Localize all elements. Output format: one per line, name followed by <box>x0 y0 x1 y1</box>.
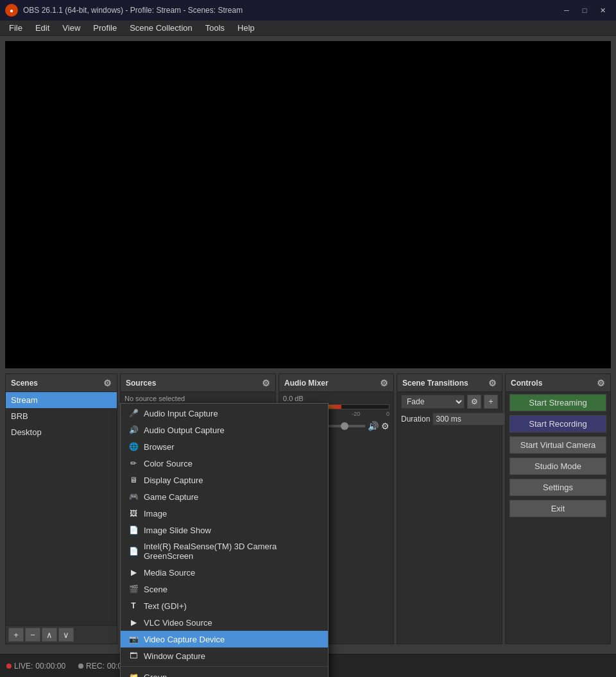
transition-add-button[interactable]: + <box>484 395 498 409</box>
sources-panel-title: Sources <box>126 379 156 388</box>
window-controls: ─ □ ✕ <box>558 4 611 17</box>
ctx-text-gdi[interactable]: T Text (GDI+) <box>121 597 328 614</box>
audio-config-icon[interactable]: ⚙ <box>380 378 388 388</box>
ctx-separator-1 <box>121 666 328 667</box>
audio-mixer-title: Audio Mixer <box>284 379 329 388</box>
menu-tools[interactable]: Tools <box>199 21 231 35</box>
preview-area <box>5 41 611 368</box>
minimize-button[interactable]: ─ <box>558 4 575 17</box>
ctx-group-label: Group <box>144 673 320 678</box>
controls-header: Controls ⚙ <box>506 374 610 392</box>
settings-button[interactable]: Settings <box>509 479 606 496</box>
menu-profile[interactable]: Profile <box>87 21 123 35</box>
exit-button[interactable]: Exit <box>509 500 606 517</box>
controls-panel: Controls ⚙ Start Streaming Start Recordi… <box>505 373 611 644</box>
ctx-image-slide-show[interactable]: 📄 Image Slide Show <box>121 522 328 538</box>
audio-input-icon: 🎤 <box>128 408 139 418</box>
scene-remove-button[interactable]: − <box>25 628 40 642</box>
ctx-color-source[interactable]: ✏ Color Source <box>121 455 328 472</box>
scene-down-button[interactable]: ∨ <box>58 628 74 642</box>
scene-transitions-panel: Scene Transitions ⚙ Fade Cut Swipe Slide… <box>397 373 502 644</box>
live-dot <box>6 664 12 669</box>
menu-edit[interactable]: Edit <box>29 21 56 35</box>
image-icon: 🖼 <box>128 508 139 518</box>
ctx-video-capture-device[interactable]: 📷 Video Capture Device <box>121 631 328 647</box>
rec-dot <box>78 664 83 669</box>
rec-label: REC: <box>86 662 105 671</box>
window-title: OBS 26.1.1 (64-bit, windows) - Profile: … <box>23 6 558 15</box>
ctx-display-capture-label: Display Capture <box>144 476 320 485</box>
start-streaming-button[interactable]: Start Streaming <box>509 394 606 411</box>
ctx-game-capture[interactable]: 🎮 Game Capture <box>121 488 328 505</box>
media-source-icon: ▶ <box>128 567 139 578</box>
scenes-config-icon[interactable]: ⚙ <box>103 378 112 388</box>
scene-add-button[interactable]: + <box>8 628 24 642</box>
menu-bar: File Edit View Profile Scene Collection … <box>0 21 616 36</box>
menu-help[interactable]: Help <box>231 21 261 35</box>
close-button[interactable]: ✕ <box>594 4 611 17</box>
live-status: LIVE: 00:00:00 <box>6 662 65 671</box>
audio-settings-icon[interactable]: ⚙ <box>381 421 389 431</box>
ctx-scene[interactable]: 🎬 Scene <box>121 581 328 597</box>
ctx-image-slide-show-label: Image Slide Show <box>144 526 320 535</box>
ctx-scene-label: Scene <box>144 585 320 594</box>
scene-up-button[interactable]: ∧ <box>42 628 57 642</box>
scene-item-stream[interactable]: Stream <box>6 392 117 408</box>
ctx-media-source-label: Media Source <box>144 568 320 578</box>
scene-item-desktop[interactable]: Desktop <box>6 424 117 440</box>
ctx-text-gdi-label: Text (GDI+) <box>144 601 320 611</box>
context-menu: 🎤 Audio Input Capture 🔊 Audio Output Cap… <box>120 403 329 677</box>
scenes-panel-footer: + − ∧ ∨ <box>6 625 117 644</box>
display-capture-icon: 🖥 <box>128 475 139 485</box>
ctx-browser[interactable]: 🌐 Browser <box>121 438 328 455</box>
scene-item-brb[interactable]: BRB <box>6 408 117 424</box>
duration-row: Duration <box>397 411 502 427</box>
start-recording-button[interactable]: Start Recording <box>509 415 606 433</box>
duration-label: Duration <box>401 415 430 424</box>
ctx-image[interactable]: 🖼 Image <box>121 505 328 522</box>
scene-icon: 🎬 <box>128 584 139 594</box>
audio-mixer-header: Audio Mixer ⚙ <box>279 374 393 392</box>
ctx-audio-output-label: Audio Output Capture <box>144 425 320 435</box>
ctx-color-source-label: Color Source <box>144 459 320 468</box>
scenes-list: Stream BRB Desktop <box>6 392 117 625</box>
preview-canvas <box>5 41 611 368</box>
intel-realsense-icon: 📄 <box>128 546 139 556</box>
ctx-audio-input-label: Audio Input Capture <box>144 409 320 418</box>
mute-icon[interactable]: 🔊 <box>368 421 379 431</box>
transitions-config-icon[interactable]: ⚙ <box>488 378 497 388</box>
ctx-audio-output-capture[interactable]: 🔊 Audio Output Capture <box>121 422 328 438</box>
ctx-browser-label: Browser <box>144 442 320 452</box>
maximize-button[interactable]: □ <box>576 4 593 17</box>
group-icon: 📁 <box>128 672 139 677</box>
transition-settings-button[interactable]: ⚙ <box>467 395 481 409</box>
vlc-icon: ▶ <box>128 617 139 628</box>
transition-type-select[interactable]: Fade Cut Swipe Slide Stinger Luma Wipe <box>401 395 465 409</box>
controls-config-icon[interactable]: ⚙ <box>597 378 605 388</box>
ctx-game-capture-label: Game Capture <box>144 492 320 502</box>
controls-title: Controls <box>511 379 542 388</box>
image-slide-show-icon: 📄 <box>128 525 139 535</box>
ctx-window-capture-label: Window Capture <box>144 651 320 661</box>
live-time: 00:00:00 <box>35 662 65 671</box>
ctx-intel-realsense[interactable]: 📄 Intel(R) RealSense(TM) 3D Camera Green… <box>121 538 328 564</box>
ctx-window-capture[interactable]: 🗔 Window Capture <box>121 647 328 664</box>
ctx-media-source[interactable]: ▶ Media Source <box>121 564 328 581</box>
live-label: LIVE: <box>14 662 33 671</box>
text-gdi-icon: T <box>128 601 139 611</box>
transitions-title: Scene Transitions <box>402 379 468 388</box>
scenes-panel-title: Scenes <box>11 379 38 388</box>
studio-mode-button[interactable]: Studio Mode <box>509 458 606 475</box>
start-virtual-camera-button[interactable]: Start Virtual Camera <box>509 436 606 454</box>
ctx-display-capture[interactable]: 🖥 Display Capture <box>121 472 328 488</box>
transitions-header: Scene Transitions ⚙ <box>397 374 502 392</box>
sources-config-icon[interactable]: ⚙ <box>262 378 270 388</box>
menu-scene-collection[interactable]: Scene Collection <box>123 21 199 35</box>
ctx-group[interactable]: 📁 Group <box>121 669 328 677</box>
ctx-vlc-label: VLC Video Source <box>144 618 320 628</box>
ctx-audio-input-capture[interactable]: 🎤 Audio Input Capture <box>121 405 328 422</box>
ctx-vlc-video-source[interactable]: ▶ VLC Video Source <box>121 614 328 631</box>
menu-file[interactable]: File <box>3 21 29 35</box>
menu-view[interactable]: View <box>56 21 87 35</box>
color-source-icon: ✏ <box>128 458 139 468</box>
